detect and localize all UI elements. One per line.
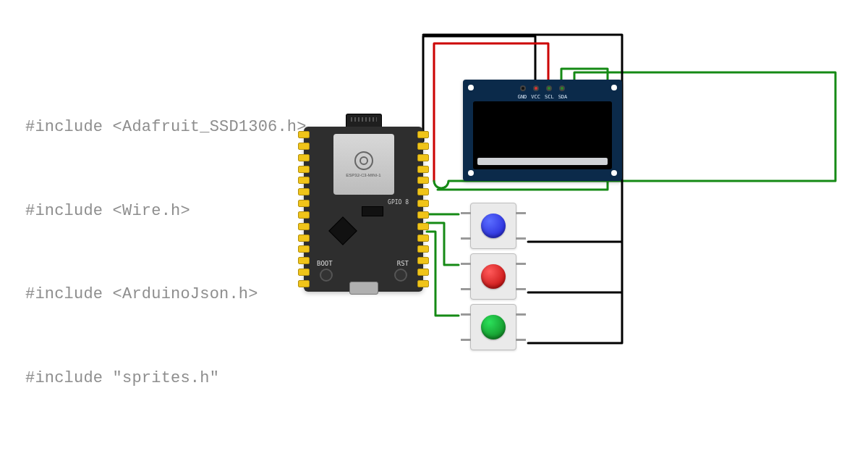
pin-scl-icon xyxy=(546,85,552,91)
regulator-icon xyxy=(362,206,383,216)
wire-button-3-signal xyxy=(427,232,459,316)
mcu-chip-icon xyxy=(328,216,357,245)
pin-label: SCL xyxy=(545,94,554,100)
pin-sda-icon xyxy=(559,85,565,91)
reset-button[interactable] xyxy=(394,269,407,282)
mount-hole-icon xyxy=(466,83,476,93)
pin-vcc-icon xyxy=(533,85,539,91)
button-cap-icon xyxy=(481,315,506,339)
push-button-red[interactable] xyxy=(470,253,516,300)
esp32-board[interactable]: ESP32-C3-MINI-1 GPIO 8 BOOT RST xyxy=(304,127,423,292)
pin-label: GND xyxy=(518,94,527,100)
push-button-green[interactable] xyxy=(470,304,516,350)
pin-label: VCC xyxy=(531,94,540,100)
button-cap-icon xyxy=(481,264,506,289)
wire-button-2-signal xyxy=(427,223,459,265)
circuit-diagram: ESP32-C3-MINI-1 GPIO 8 BOOT RST GND VCC … xyxy=(0,0,868,456)
pin-gnd-icon xyxy=(520,85,526,91)
oled-pin-header xyxy=(520,85,565,91)
rst-label: RST xyxy=(397,260,409,267)
boot-button[interactable] xyxy=(320,269,333,282)
mount-hole-icon xyxy=(466,168,476,178)
pin-header-left xyxy=(298,131,310,287)
espressif-logo-icon xyxy=(354,151,373,170)
pin-label: SDA xyxy=(558,94,568,100)
pin-header-right xyxy=(417,131,429,287)
mount-hole-icon xyxy=(609,168,619,178)
gpio-8-label: GPIO 8 xyxy=(388,199,409,206)
push-button-blue[interactable] xyxy=(470,203,516,249)
mount-hole-icon xyxy=(609,83,619,93)
oled-screen xyxy=(473,101,612,169)
usb-port-icon xyxy=(349,282,378,295)
rf-shield: ESP32-C3-MINI-1 xyxy=(333,134,394,195)
antenna-icon xyxy=(346,114,382,127)
oled-display[interactable]: GND VCC SCL SDA xyxy=(463,80,622,181)
button-cap-icon xyxy=(481,214,506,238)
boot-label: BOOT xyxy=(317,260,333,267)
oled-pin-labels: GND VCC SCL SDA xyxy=(518,94,568,100)
chip-label: ESP32-C3-MINI-1 xyxy=(346,173,380,177)
wiring-layer xyxy=(0,0,868,456)
